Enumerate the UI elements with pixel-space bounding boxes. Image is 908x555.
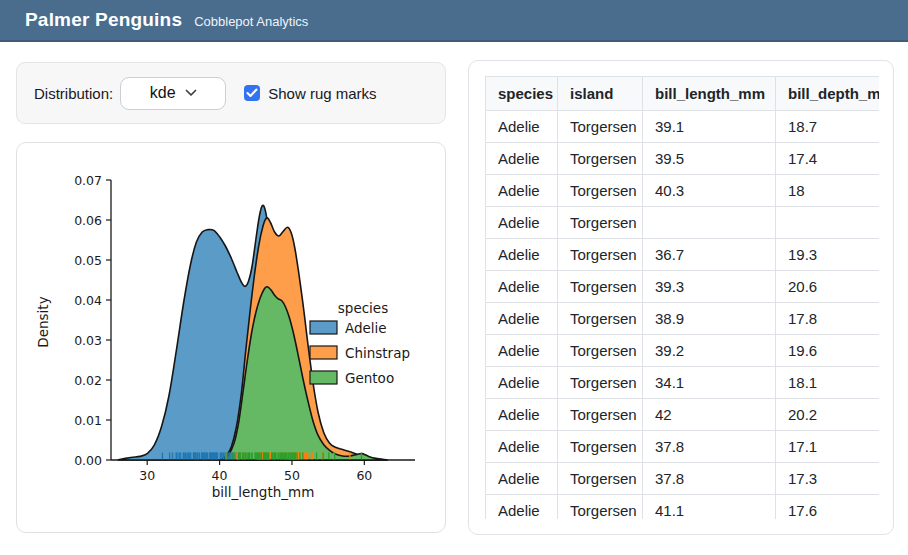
table-row: AdelieTorgersen39.517.4	[486, 143, 880, 175]
legend-label-gentoo: Gentoo	[345, 370, 394, 386]
table-cell: 42	[643, 399, 776, 431]
table-row: AdelieTorgersen34.118.1	[486, 367, 880, 399]
svg-text:40: 40	[212, 468, 228, 483]
table-row: AdelieTorgersen38.917.8	[486, 303, 880, 335]
svg-text:0.03: 0.03	[74, 333, 102, 348]
table-cell: Torgersen	[558, 399, 643, 431]
svg-text:0.04: 0.04	[74, 293, 102, 308]
legend-label-chinstrap: Chinstrap	[345, 345, 410, 361]
table-scroll-area[interactable]: speciesislandbill_length_mmbill_depth_mm…	[485, 76, 879, 519]
table-cell: 18.1	[776, 367, 880, 399]
table-cell: 37.8	[643, 431, 776, 463]
penguins-table: speciesislandbill_length_mmbill_depth_mm…	[485, 76, 879, 519]
table-row: AdelieTorgersen39.219.6	[486, 335, 880, 367]
table-cell: Torgersen	[558, 431, 643, 463]
table-cell: 34.1	[643, 367, 776, 399]
table-cell: Torgersen	[558, 271, 643, 303]
table-row: AdelieTorgersen4220.2	[486, 399, 880, 431]
table-cell: 38.9	[643, 303, 776, 335]
svg-text:0.05: 0.05	[74, 253, 102, 268]
table-row: AdelieTorgersen37.817.1	[486, 431, 880, 463]
table-cell: Adelie	[486, 431, 558, 463]
table-cell: Torgersen	[558, 367, 643, 399]
y-axis-label: Density	[35, 296, 51, 347]
table-cell: 19.3	[776, 239, 880, 271]
svg-text:0.07: 0.07	[74, 173, 102, 188]
table-cell: Adelie	[486, 367, 558, 399]
distribution-select[interactable]: kde	[120, 77, 226, 110]
table-row: AdelieTorgersen40.318	[486, 175, 880, 207]
legend-title: species	[338, 300, 388, 316]
density-plot-card: 0.000.010.020.030.040.050.060.0730405060…	[16, 142, 446, 533]
table-cell: Torgersen	[558, 463, 643, 495]
kde-chart-svg: 0.000.010.020.030.040.050.060.0730405060…	[17, 143, 445, 532]
legend-swatch-adelie	[310, 321, 337, 334]
legend-label-adelie: Adelie	[345, 320, 387, 336]
column-header-bill_length_mm: bill_length_mm	[643, 77, 776, 111]
x-axis-label: bill_length_mm	[212, 484, 315, 500]
table-cell: Torgersen	[558, 143, 643, 175]
table-row: AdelieTorgersen41.117.6	[486, 495, 880, 520]
table-cell: Adelie	[486, 239, 558, 271]
svg-text:0.01: 0.01	[74, 413, 102, 428]
show-rug-label: Show rug marks	[268, 85, 376, 102]
table-cell: 19.6	[776, 335, 880, 367]
table-cell: Adelie	[486, 463, 558, 495]
page-title: Palmer Penguins	[25, 0, 182, 40]
table-cell: 17.3	[776, 463, 880, 495]
table-cell: Adelie	[486, 175, 558, 207]
table-cell: 39.3	[643, 271, 776, 303]
svg-text:60: 60	[356, 468, 372, 483]
table-cell: Torgersen	[558, 335, 643, 367]
table-cell: Adelie	[486, 303, 558, 335]
app-window: Palmer Penguins Cobblepot Analytics Dist…	[0, 0, 908, 555]
chart-legend: speciesAdelieChinstrapGentoo	[310, 300, 410, 386]
table-cell: Adelie	[486, 399, 558, 431]
table-cell: 20.2	[776, 399, 880, 431]
table-cell: 18.7	[776, 111, 880, 143]
table-cell: Torgersen	[558, 175, 643, 207]
column-header-bill_depth_mm: bill_depth_mm	[776, 77, 880, 111]
svg-text:50: 50	[284, 468, 300, 483]
table-cell: 17.1	[776, 431, 880, 463]
table-row: AdelieTorgersen36.719.3	[486, 239, 880, 271]
table-cell: Torgersen	[558, 207, 643, 239]
table-cell: Adelie	[486, 207, 558, 239]
svg-text:0.02: 0.02	[74, 373, 102, 388]
column-header-species: species	[486, 77, 558, 111]
distribution-selected-value: kde	[150, 84, 176, 102]
legend-swatch-chinstrap	[310, 346, 337, 359]
table-cell: 41.1	[643, 495, 776, 520]
svg-text:0.06: 0.06	[74, 213, 102, 228]
table-header-row: speciesislandbill_length_mmbill_depth_mm	[486, 77, 880, 111]
svg-text:30: 30	[139, 468, 155, 483]
table-cell: Adelie	[486, 271, 558, 303]
svg-text:0.00: 0.00	[74, 453, 102, 468]
table-cell: Adelie	[486, 143, 558, 175]
app-header: Palmer Penguins Cobblepot Analytics	[0, 0, 908, 42]
table-cell	[776, 207, 880, 239]
table-cell: Torgersen	[558, 303, 643, 335]
data-table-card: speciesislandbill_length_mmbill_depth_mm…	[468, 60, 894, 535]
table-cell	[643, 207, 776, 239]
table-row: AdelieTorgersen39.320.6	[486, 271, 880, 303]
table-cell: 36.7	[643, 239, 776, 271]
table-cell: 17.6	[776, 495, 880, 520]
table-cell: 39.2	[643, 335, 776, 367]
column-header-island: island	[558, 77, 643, 111]
table-cell: Torgersen	[558, 495, 643, 520]
table-row: AdelieTorgersen37.817.3	[486, 463, 880, 495]
table-cell: 37.8	[643, 463, 776, 495]
check-icon	[246, 88, 258, 98]
table-cell: 18	[776, 175, 880, 207]
show-rug-checkbox[interactable]	[244, 85, 260, 101]
table-cell: 40.3	[643, 175, 776, 207]
table-cell: 17.4	[776, 143, 880, 175]
table-cell: 20.6	[776, 271, 880, 303]
table-cell: 39.1	[643, 111, 776, 143]
table-cell: 17.8	[776, 303, 880, 335]
table-cell: 39.5	[643, 143, 776, 175]
table-cell: Torgersen	[558, 111, 643, 143]
table-row: AdelieTorgersen	[486, 207, 880, 239]
legend-swatch-gentoo	[310, 371, 337, 384]
